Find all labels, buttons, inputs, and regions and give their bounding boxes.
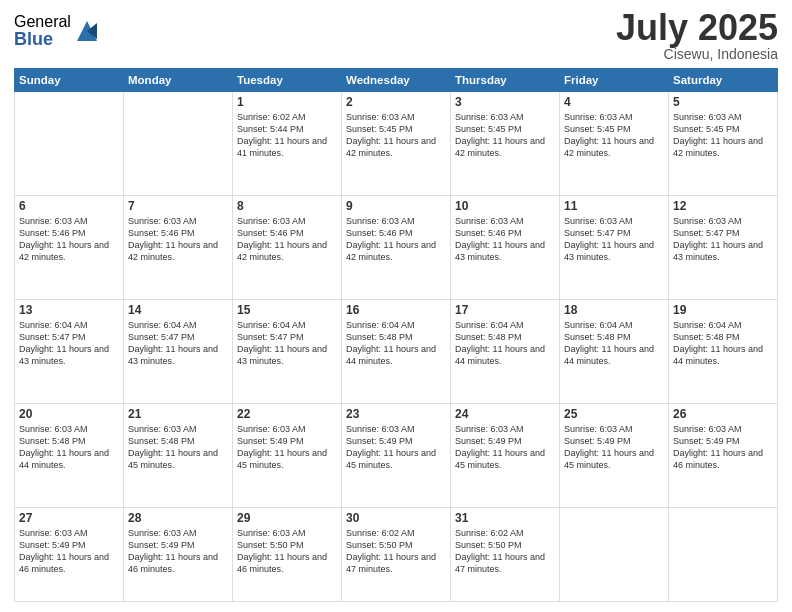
day-number: 9 (346, 199, 446, 213)
calendar-cell: 18Sunrise: 6:04 AM Sunset: 5:48 PM Dayli… (560, 299, 669, 403)
day-number: 19 (673, 303, 773, 317)
day-info: Sunrise: 6:03 AM Sunset: 5:45 PM Dayligh… (564, 111, 664, 160)
weekday-header-sunday: Sunday (15, 69, 124, 92)
day-info: Sunrise: 6:03 AM Sunset: 5:46 PM Dayligh… (237, 215, 337, 264)
day-info: Sunrise: 6:03 AM Sunset: 5:46 PM Dayligh… (455, 215, 555, 264)
day-info: Sunrise: 6:03 AM Sunset: 5:45 PM Dayligh… (455, 111, 555, 160)
day-number: 30 (346, 511, 446, 525)
location-subtitle: Cisewu, Indonesia (616, 46, 778, 62)
calendar-cell (560, 507, 669, 602)
calendar-cell (124, 92, 233, 196)
day-info: Sunrise: 6:03 AM Sunset: 5:49 PM Dayligh… (346, 423, 446, 472)
day-info: Sunrise: 6:03 AM Sunset: 5:48 PM Dayligh… (128, 423, 228, 472)
day-info: Sunrise: 6:03 AM Sunset: 5:50 PM Dayligh… (237, 527, 337, 576)
calendar-cell: 13Sunrise: 6:04 AM Sunset: 5:47 PM Dayli… (15, 299, 124, 403)
weekday-header-monday: Monday (124, 69, 233, 92)
calendar-cell: 26Sunrise: 6:03 AM Sunset: 5:49 PM Dayli… (669, 403, 778, 507)
day-number: 16 (346, 303, 446, 317)
day-info: Sunrise: 6:03 AM Sunset: 5:49 PM Dayligh… (455, 423, 555, 472)
calendar-cell: 8Sunrise: 6:03 AM Sunset: 5:46 PM Daylig… (233, 195, 342, 299)
day-info: Sunrise: 6:03 AM Sunset: 5:45 PM Dayligh… (346, 111, 446, 160)
day-number: 2 (346, 95, 446, 109)
calendar-cell: 24Sunrise: 6:03 AM Sunset: 5:49 PM Dayli… (451, 403, 560, 507)
day-info: Sunrise: 6:04 AM Sunset: 5:47 PM Dayligh… (19, 319, 119, 368)
calendar-table: SundayMondayTuesdayWednesdayThursdayFrid… (14, 68, 778, 602)
day-number: 18 (564, 303, 664, 317)
weekday-header-saturday: Saturday (669, 69, 778, 92)
calendar-week-row: 13Sunrise: 6:04 AM Sunset: 5:47 PM Dayli… (15, 299, 778, 403)
day-info: Sunrise: 6:03 AM Sunset: 5:49 PM Dayligh… (19, 527, 119, 576)
day-info: Sunrise: 6:04 AM Sunset: 5:48 PM Dayligh… (455, 319, 555, 368)
day-info: Sunrise: 6:03 AM Sunset: 5:48 PM Dayligh… (19, 423, 119, 472)
day-number: 24 (455, 407, 555, 421)
calendar-cell: 2Sunrise: 6:03 AM Sunset: 5:45 PM Daylig… (342, 92, 451, 196)
weekday-header-thursday: Thursday (451, 69, 560, 92)
calendar-cell: 12Sunrise: 6:03 AM Sunset: 5:47 PM Dayli… (669, 195, 778, 299)
calendar-week-row: 20Sunrise: 6:03 AM Sunset: 5:48 PM Dayli… (15, 403, 778, 507)
day-number: 6 (19, 199, 119, 213)
calendar-cell: 28Sunrise: 6:03 AM Sunset: 5:49 PM Dayli… (124, 507, 233, 602)
calendar-cell: 16Sunrise: 6:04 AM Sunset: 5:48 PM Dayli… (342, 299, 451, 403)
logo-text: General Blue (14, 14, 71, 48)
day-number: 29 (237, 511, 337, 525)
logo-blue: Blue (14, 30, 71, 48)
calendar-cell: 25Sunrise: 6:03 AM Sunset: 5:49 PM Dayli… (560, 403, 669, 507)
day-number: 11 (564, 199, 664, 213)
day-info: Sunrise: 6:03 AM Sunset: 5:46 PM Dayligh… (19, 215, 119, 264)
day-number: 17 (455, 303, 555, 317)
calendar-cell: 29Sunrise: 6:03 AM Sunset: 5:50 PM Dayli… (233, 507, 342, 602)
calendar-cell: 14Sunrise: 6:04 AM Sunset: 5:47 PM Dayli… (124, 299, 233, 403)
calendar-cell: 15Sunrise: 6:04 AM Sunset: 5:47 PM Dayli… (233, 299, 342, 403)
calendar-week-row: 27Sunrise: 6:03 AM Sunset: 5:49 PM Dayli… (15, 507, 778, 602)
calendar-cell: 17Sunrise: 6:04 AM Sunset: 5:48 PM Dayli… (451, 299, 560, 403)
day-info: Sunrise: 6:02 AM Sunset: 5:50 PM Dayligh… (455, 527, 555, 576)
logo-general: General (14, 14, 71, 30)
day-info: Sunrise: 6:02 AM Sunset: 5:44 PM Dayligh… (237, 111, 337, 160)
calendar-cell: 3Sunrise: 6:03 AM Sunset: 5:45 PM Daylig… (451, 92, 560, 196)
day-number: 27 (19, 511, 119, 525)
day-number: 26 (673, 407, 773, 421)
day-number: 31 (455, 511, 555, 525)
day-info: Sunrise: 6:03 AM Sunset: 5:49 PM Dayligh… (237, 423, 337, 472)
calendar-cell: 10Sunrise: 6:03 AM Sunset: 5:46 PM Dayli… (451, 195, 560, 299)
calendar-cell: 22Sunrise: 6:03 AM Sunset: 5:49 PM Dayli… (233, 403, 342, 507)
day-info: Sunrise: 6:04 AM Sunset: 5:48 PM Dayligh… (346, 319, 446, 368)
day-number: 3 (455, 95, 555, 109)
month-title: July 2025 (616, 10, 778, 46)
header: General Blue July 2025 Cisewu, Indonesia (14, 10, 778, 62)
calendar-cell: 31Sunrise: 6:02 AM Sunset: 5:50 PM Dayli… (451, 507, 560, 602)
weekday-header-wednesday: Wednesday (342, 69, 451, 92)
calendar-cell (15, 92, 124, 196)
calendar-cell: 20Sunrise: 6:03 AM Sunset: 5:48 PM Dayli… (15, 403, 124, 507)
day-number: 23 (346, 407, 446, 421)
day-number: 12 (673, 199, 773, 213)
logo: General Blue (14, 14, 101, 48)
day-number: 22 (237, 407, 337, 421)
day-info: Sunrise: 6:02 AM Sunset: 5:50 PM Dayligh… (346, 527, 446, 576)
day-number: 15 (237, 303, 337, 317)
day-number: 1 (237, 95, 337, 109)
day-info: Sunrise: 6:04 AM Sunset: 5:48 PM Dayligh… (673, 319, 773, 368)
day-number: 28 (128, 511, 228, 525)
day-number: 4 (564, 95, 664, 109)
day-number: 5 (673, 95, 773, 109)
day-number: 10 (455, 199, 555, 213)
weekday-header-tuesday: Tuesday (233, 69, 342, 92)
day-number: 7 (128, 199, 228, 213)
day-info: Sunrise: 6:04 AM Sunset: 5:48 PM Dayligh… (564, 319, 664, 368)
day-number: 8 (237, 199, 337, 213)
calendar-cell: 27Sunrise: 6:03 AM Sunset: 5:49 PM Dayli… (15, 507, 124, 602)
calendar-cell: 1Sunrise: 6:02 AM Sunset: 5:44 PM Daylig… (233, 92, 342, 196)
day-info: Sunrise: 6:03 AM Sunset: 5:45 PM Dayligh… (673, 111, 773, 160)
day-info: Sunrise: 6:04 AM Sunset: 5:47 PM Dayligh… (128, 319, 228, 368)
day-info: Sunrise: 6:03 AM Sunset: 5:46 PM Dayligh… (346, 215, 446, 264)
day-info: Sunrise: 6:03 AM Sunset: 5:47 PM Dayligh… (673, 215, 773, 264)
calendar-cell: 7Sunrise: 6:03 AM Sunset: 5:46 PM Daylig… (124, 195, 233, 299)
calendar-page: General Blue July 2025 Cisewu, Indonesia… (0, 0, 792, 612)
weekday-header-friday: Friday (560, 69, 669, 92)
day-number: 20 (19, 407, 119, 421)
calendar-week-row: 6Sunrise: 6:03 AM Sunset: 5:46 PM Daylig… (15, 195, 778, 299)
day-info: Sunrise: 6:03 AM Sunset: 5:46 PM Dayligh… (128, 215, 228, 264)
calendar-cell: 9Sunrise: 6:03 AM Sunset: 5:46 PM Daylig… (342, 195, 451, 299)
day-number: 21 (128, 407, 228, 421)
